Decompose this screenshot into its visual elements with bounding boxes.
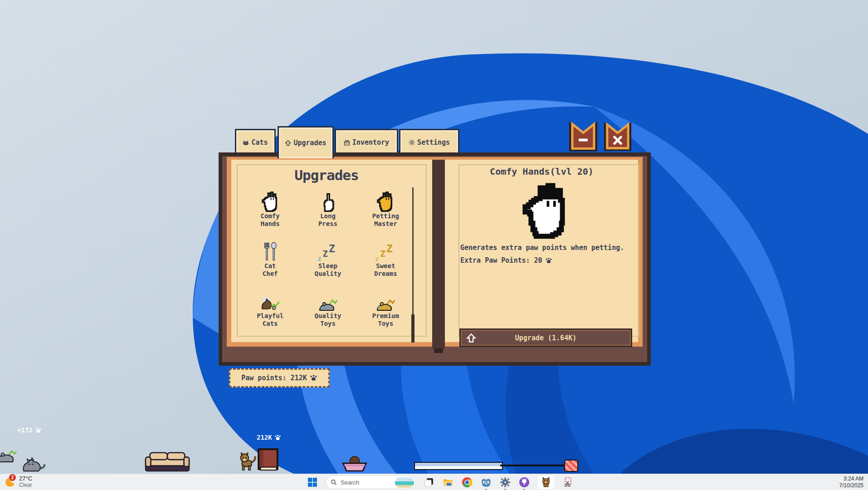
clock-date: 7/10/2025 (839, 482, 863, 489)
tab-settings[interactable]: Settings (399, 129, 459, 155)
chrome-button[interactable] (461, 476, 473, 488)
white-hand-icon (260, 191, 280, 212)
upgrade-sleep-quality[interactable]: z Z Z Sleep Quality (299, 240, 356, 278)
search-highlight-image[interactable] (395, 477, 414, 488)
tab-settings-label: Settings (417, 138, 450, 147)
svg-text:z: z (375, 255, 379, 262)
scrollbar-thumb[interactable] (411, 314, 414, 343)
minimize-button[interactable] (569, 121, 597, 152)
paw-points-box: Paw points: 212K (229, 368, 330, 387)
paw-points-label: Paw points: 212K (241, 374, 307, 382)
red-book-sprite[interactable] (257, 447, 279, 472)
upgrade-partial-de[interactable]: DE (299, 339, 356, 349)
upgrade-button[interactable]: Upgrade (1.64K) (459, 328, 632, 347)
cat-points-floater: 212K (257, 434, 281, 441)
taskbar-clock[interactable]: 3:24 AM 7/10/2025 (839, 475, 863, 489)
upgrade-long-press[interactable]: Long Press (299, 190, 356, 228)
close-button[interactable] (604, 121, 631, 152)
cat-points-text: 212K (257, 434, 272, 441)
tab-upgrades[interactable]: Upgrades (278, 126, 334, 158)
upgrade-extra-points: Extra Paw Points: 20 (460, 256, 552, 265)
svg-text:z: z (317, 255, 322, 262)
chrome-icon (462, 477, 473, 488)
paw-icon (274, 435, 281, 441)
game-window: Upgrades Comfy Hands (219, 152, 651, 366)
mouse-gold-icon (375, 299, 396, 312)
weather-temperature: 27°C (19, 475, 32, 482)
task-view-icon (424, 477, 434, 487)
upgrade-quality-toys[interactable]: Quality Toys (299, 289, 356, 328)
comfy-hands-large-icon (518, 181, 574, 240)
start-button[interactable] (307, 476, 318, 488)
upgrades-grid: Comfy Hands Long Press (241, 190, 414, 349)
svg-text:Z: Z (329, 243, 335, 255)
inventory-box-icon (344, 140, 350, 146)
weather-widget[interactable]: 2 27°C Clear (4, 475, 32, 488)
paw-icon (35, 427, 42, 433)
upgrade-partial-palette[interactable] (241, 339, 299, 349)
upgrade-comfy-hands[interactable]: Comfy Hands (241, 190, 299, 228)
food-bowl-sprite[interactable] (341, 456, 368, 472)
task-view-button[interactable] (423, 476, 435, 488)
settings-button[interactable] (499, 476, 511, 488)
search-box[interactable]: Search (326, 475, 416, 489)
gold-hand-icon (375, 191, 395, 212)
github-icon (519, 477, 530, 488)
paw-icon (545, 258, 552, 264)
upgrade-detail-page: Comfy Hands(lvl 20) Generates extra paw … (445, 160, 645, 342)
gray-cat-sprite[interactable] (21, 456, 47, 473)
press-hand-icon (319, 191, 337, 212)
minimize-icon (579, 139, 588, 142)
file-explorer-button[interactable] (442, 476, 454, 488)
tab-cats[interactable]: Cats (235, 129, 276, 155)
cutlery-icon (262, 241, 278, 262)
snipping-tool-icon (562, 477, 573, 488)
weather-badge: 2 (9, 474, 16, 481)
brown-cat-sprite[interactable] (238, 451, 258, 472)
upgrade-sweet-dreams[interactable]: z Z Z Sweet Dreams (357, 240, 414, 278)
taskbar: 2 27°C Clear Search (0, 474, 868, 490)
upgrade-playful-cats[interactable]: Playful Cats (241, 289, 299, 328)
snipping-tool-button[interactable] (562, 476, 574, 488)
book-pages: Upgrades Comfy Hands (231, 160, 638, 342)
cat-game-button-active[interactable] (537, 475, 555, 489)
upgrade-cat-chef[interactable]: Cat Chef (241, 240, 299, 278)
upgrades-page: Upgrades Comfy Hands (231, 160, 432, 342)
windows-logo-icon (307, 477, 317, 487)
zzz-blue-icon: z Z Z (317, 242, 338, 262)
upgrade-detail-title: Comfy Hands(lvl 20) (445, 166, 639, 177)
svg-text:Z: Z (322, 249, 327, 259)
pixel-cat-icon (541, 477, 551, 488)
tab-upgrades-label: Upgrades (293, 139, 326, 147)
upgrade-petting-master[interactable]: Petting Master (357, 190, 414, 228)
upgrade-description: Generates extra paw points when petting. (460, 244, 624, 252)
godot-icon (481, 477, 492, 487)
paw-gain-floater: +172 (17, 426, 42, 434)
gear-icon (409, 139, 415, 146)
search-placeholder: Search (341, 479, 391, 486)
book-spine (432, 160, 445, 348)
tab-cats-label: Cats (251, 138, 268, 147)
up-arrow-icon (466, 333, 476, 343)
playful-cat-icon (259, 296, 281, 312)
godot-button[interactable] (480, 476, 492, 488)
upgrade-premium-toys[interactable]: Premium Toys (357, 289, 414, 328)
book-spine-tab (434, 348, 443, 353)
palette-icon (260, 348, 280, 349)
tab-inventory[interactable]: Inventory (335, 129, 398, 155)
paw-icon (310, 375, 317, 381)
desktop: +172 212K (0, 0, 868, 490)
wand-string (500, 465, 566, 466)
github-desktop-button[interactable] (518, 476, 530, 488)
paw-gain-text: +172 (17, 426, 33, 434)
weather-condition: Clear (19, 482, 32, 488)
wand-ball-toy[interactable] (564, 460, 578, 472)
mouse-gray-icon (317, 299, 339, 312)
couch-sprite[interactable] (144, 450, 190, 473)
cat-icon (243, 140, 249, 146)
folder-icon (443, 477, 454, 487)
search-icon (331, 479, 337, 485)
svg-text:Z: Z (380, 249, 385, 259)
wand-stick[interactable] (414, 462, 503, 470)
mouse-toy-sprite[interactable] (0, 450, 17, 464)
